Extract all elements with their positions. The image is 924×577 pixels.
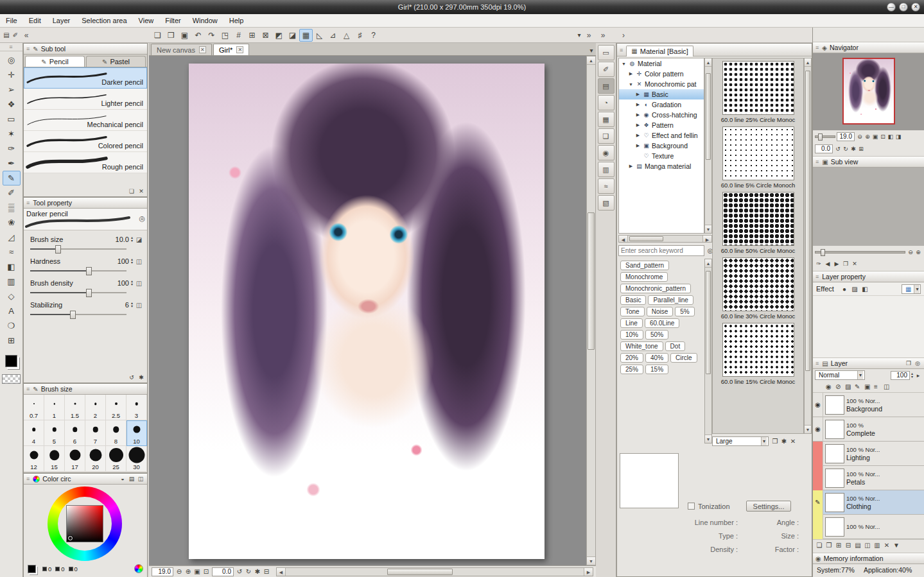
settings-button[interactable]: Settings... <box>746 501 792 512</box>
navigator-header[interactable]: ≡ ◈ Navigator <box>813 42 924 53</box>
subtool-item[interactable]: Darker pencil <box>24 67 147 89</box>
brush-size-cell[interactable]: 2.5 <box>106 395 126 420</box>
text-tool[interactable]: A <box>3 304 21 318</box>
clear-image-icon[interactable]: ✕ <box>851 259 859 268</box>
property-value[interactable]: 10.0 <box>110 236 129 243</box>
scroll-left-icon[interactable]: ◀ <box>277 568 286 576</box>
material-tag-button[interactable]: Tone <box>620 307 645 316</box>
snap-angle-icon[interactable]: ♯ <box>353 29 367 42</box>
brush-size-cell[interactable]: 2 <box>85 395 106 420</box>
tree-expand-arrow[interactable]: ▼ <box>628 82 634 87</box>
pen-tool[interactable]: ✒ <box>3 156 21 171</box>
brush-size-cell[interactable]: 30 <box>126 446 147 472</box>
material-tag-button[interactable]: Monochrome <box>620 272 668 282</box>
brush-size-cell[interactable]: 17 <box>65 446 85 472</box>
scroll-left-icon[interactable]: ◀ <box>619 236 628 242</box>
paste-material-icon[interactable]: ❐ <box>771 436 780 446</box>
material-tag-button[interactable]: 5% <box>675 307 694 316</box>
layer-color-icon[interactable]: ◧ <box>860 284 869 294</box>
scroll-up-icon[interactable]: ▲ <box>587 56 595 65</box>
material-tag-button[interactable]: 40% <box>645 353 668 363</box>
material-tree-hscrollbar[interactable]: ◀ ▶ <box>618 235 712 243</box>
brush-tool[interactable]: ✐ <box>3 185 21 200</box>
navigator-rotation-value[interactable]: 0.0 <box>815 144 833 153</box>
layer-property-header[interactable]: ≡ Layer property <box>813 271 924 282</box>
navigator-preview-area[interactable] <box>813 53 924 130</box>
layer-menu-icon[interactable]: ❐ <box>905 359 912 368</box>
collapsed-history-palette[interactable]: ❏ <box>598 128 615 144</box>
color-history-tab-icon[interactable]: ◫ <box>137 475 144 483</box>
subtool-item[interactable]: Mechanical pencil <box>24 110 147 131</box>
layer-visibility-cell[interactable] <box>813 515 823 539</box>
menu-item[interactable]: Filter <box>159 14 186 28</box>
draft-layer-icon[interactable]: ✎ <box>853 382 862 392</box>
property-stepper[interactable]: ▴▾ <box>131 236 133 243</box>
close-button[interactable]: ✕ <box>911 3 920 12</box>
collapsed-information-palette[interactable]: ◉ <box>598 145 615 160</box>
new-layer-icon[interactable]: ❏ <box>815 540 824 551</box>
selection-tool[interactable]: ▭ <box>3 112 21 126</box>
Complete[interactable]: ◉ 100 % Complete <box>813 417 924 442</box>
balloon-tool[interactable]: ❍ <box>3 318 21 333</box>
subtool-item[interactable]: Colored pencil <box>24 131 147 152</box>
material-tree-item[interactable]: ▼ ✕ Monochromic pat <box>619 79 704 89</box>
scroll-right-icon[interactable]: ▶ <box>702 236 711 242</box>
copy-subtool-icon[interactable]: ❏ <box>128 187 135 195</box>
property-options-icon[interactable]: ◫ <box>135 302 143 309</box>
blend-mode-dropdown[interactable]: Normal ▾ <box>815 370 865 380</box>
reset-tool-icon[interactable]: ↺ <box>128 373 135 381</box>
snap-ruler-icon[interactable]: ◺ <box>313 29 326 42</box>
material-item[interactable]: 60.0 line 5% Circle Monoch <box>713 126 803 189</box>
material-tag-button[interactable]: Circle <box>670 353 697 363</box>
property-slider[interactable] <box>30 268 126 271</box>
collapsed-autoaction-palette[interactable]: ≈ <box>598 178 615 194</box>
collapsed-toolproperty-palette[interactable]: ▤ <box>598 78 615 94</box>
brush-size-cell[interactable]: 0.7 <box>24 395 44 420</box>
expression-color-dropdown[interactable]: ▦ ▾ <box>902 284 921 294</box>
auto-select-tool[interactable]: ✶ <box>3 126 21 141</box>
layer-search-icon[interactable]: ◎ <box>914 359 921 368</box>
property-stepper[interactable]: ▴▾ <box>131 302 133 308</box>
brush-size-cell[interactable]: 8 <box>106 420 126 446</box>
reset-display-icon[interactable]: ⊞ <box>857 144 865 153</box>
menu-item[interactable]: View <box>133 14 160 28</box>
scrollbar-thumb[interactable] <box>706 271 711 374</box>
material-panel-header[interactable]: ≡ ▦ Material [Basic] <box>617 44 812 56</box>
brush-size-cell[interactable]: 12 <box>24 446 44 472</box>
material-tag-button[interactable]: 60.0Line <box>645 318 679 328</box>
delete-material-icon[interactable]: ✕ <box>789 436 798 446</box>
material-tree-scrollbar[interactable]: ▲ ▼ <box>704 58 712 234</box>
eyedropper-tool[interactable]: ✑ <box>3 141 21 156</box>
canvas-tab[interactable]: Girl* ✕ <box>213 44 249 55</box>
property-options-icon[interactable]: ◫ <box>135 280 143 287</box>
select-remove-icon[interactable]: ⊠ <box>259 29 272 42</box>
color-set-tab-icon[interactable]: ◒ <box>119 475 126 483</box>
zoom-out-icon[interactable]: ⊖ <box>175 567 184 577</box>
new-canvas-icon[interactable]: ❏ <box>151 29 164 42</box>
scroll-up-icon[interactable]: ▲ <box>805 58 811 67</box>
flip-vertical-icon[interactable]: ◨ <box>894 132 902 141</box>
scrollbar-thumb[interactable] <box>629 236 663 241</box>
material-tags-scrollbar[interactable]: ▲ ▼ <box>704 259 712 444</box>
decoration-tool[interactable]: ❀ <box>3 215 21 230</box>
Clothing[interactable]: ✎ 100 % Nor... Clothing <box>813 490 924 515</box>
zoom-in-icon[interactable]: ⊕ <box>184 567 193 577</box>
material-tree-item[interactable]: ▶ ▣ Background <box>619 141 704 151</box>
layer-visibility-cell[interactable] <box>813 442 823 466</box>
property-stepper[interactable]: ▴▾ <box>131 280 133 286</box>
blend-tool[interactable]: ≈ <box>3 245 21 259</box>
magnifier-icon[interactable]: ◎ <box>139 214 145 223</box>
subview-header[interactable]: ≡ ▣ Sub view <box>813 156 924 168</box>
layer-visibility-cell[interactable]: ◉ <box>813 393 823 417</box>
blend-preview-icon[interactable]: ◉ <box>824 382 833 392</box>
tree-expand-arrow[interactable]: ▼ <box>621 62 627 66</box>
more-icon[interactable]: ▼ <box>892 540 901 551</box>
material-tag-button[interactable]: 25% <box>620 365 643 374</box>
snap-grid-icon[interactable]: ▦ <box>299 29 313 42</box>
frame-border-tool[interactable]: ⊞ <box>3 333 21 348</box>
layer-name[interactable]: Complete <box>846 429 875 437</box>
material-item[interactable]: 60.0 line 30% Circle Monoc <box>713 257 803 320</box>
brush-size-header[interactable]: ≡ ✎ Brush size <box>24 384 147 395</box>
property-options-icon[interactable]: ◪ <box>135 236 143 243</box>
reset-rotation-icon[interactable]: ✱ <box>850 144 857 153</box>
